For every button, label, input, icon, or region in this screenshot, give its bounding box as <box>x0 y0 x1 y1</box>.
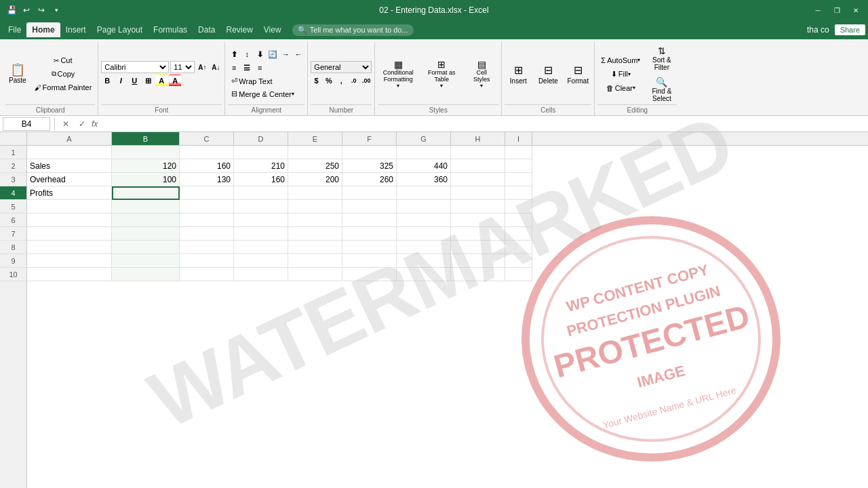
cell-h7[interactable] <box>451 227 505 241</box>
cell-e9[interactable] <box>288 254 342 268</box>
table-dropdown-icon[interactable]: ▾ <box>440 83 443 89</box>
col-header-i[interactable]: I <box>505 132 532 145</box>
align-left-button[interactable]: ≡ <box>228 62 240 74</box>
col-header-f[interactable]: F <box>342 132 397 145</box>
cell-i3[interactable] <box>505 173 532 186</box>
border-button[interactable]: ⊞ <box>142 75 154 87</box>
col-header-c[interactable]: C <box>180 132 234 145</box>
fill-button[interactable]: ⬇ Fill ▾ <box>597 68 644 81</box>
format-painter-button[interactable]: 🖌 Format Painter <box>31 81 96 94</box>
cell-i4[interactable] <box>505 186 532 200</box>
restore-button[interactable]: ❐ <box>830 3 844 17</box>
sort-filter-button[interactable]: ⇅ Sort & Filter <box>646 43 677 73</box>
cell-a6[interactable] <box>27 214 112 227</box>
close-button[interactable]: ✕ <box>849 3 863 17</box>
share-button[interactable]: Share <box>835 24 865 35</box>
col-header-b[interactable]: B <box>112 132 180 145</box>
indent-decrease-button[interactable]: ← <box>292 48 304 60</box>
copy-button[interactable]: ⧉ Copy <box>31 68 96 80</box>
align-right-button[interactable]: ≡ <box>254 62 266 74</box>
cell-g2[interactable]: 440 <box>397 159 451 173</box>
cell-c3[interactable]: 130 <box>180 173 234 186</box>
cell-c4[interactable] <box>180 186 234 200</box>
cell-d10[interactable] <box>234 268 288 281</box>
comma-button[interactable]: , <box>336 75 347 87</box>
cell-e8[interactable] <box>288 241 342 254</box>
row-num-4[interactable]: 4 <box>0 186 26 200</box>
merge-dropdown-icon[interactable]: ▾ <box>292 91 294 97</box>
cell-e2[interactable]: 250 <box>288 159 342 173</box>
cell-styles-button[interactable]: ▤ Cell Styles ▾ <box>465 57 498 92</box>
cell-b10[interactable] <box>112 268 180 281</box>
col-header-a[interactable]: A <box>27 132 112 145</box>
cell-g8[interactable] <box>397 241 451 254</box>
cell-h2[interactable] <box>451 159 505 173</box>
cell-a10[interactable] <box>27 268 112 281</box>
cell-f6[interactable] <box>342 214 397 227</box>
cell-reference-box[interactable]: B4 <box>3 117 50 131</box>
conditional-formatting-button[interactable]: ▦ Conditional Formatting ▾ <box>378 57 418 92</box>
tab-page-layout[interactable]: Page Layout <box>92 22 148 37</box>
cell-i6[interactable] <box>505 214 532 227</box>
merge-center-button[interactable]: ⊟ Merge & Center ▾ <box>228 88 298 100</box>
align-top-button[interactable]: ⬆ <box>228 48 240 60</box>
cell-b6[interactable] <box>112 214 180 227</box>
cell-e10[interactable] <box>288 268 342 281</box>
fill-color-button[interactable]: A <box>155 75 167 87</box>
cell-c6[interactable] <box>180 214 234 227</box>
cell-a3[interactable]: Overhead <box>27 173 112 186</box>
autosum-button[interactable]: Σ AutoSum ▾ <box>597 54 644 66</box>
cell-d1[interactable] <box>234 146 288 159</box>
cell-c1[interactable] <box>180 146 234 159</box>
find-select-button[interactable]: 🔍 Find & Select <box>646 75 677 104</box>
row-num-1[interactable]: 1 <box>0 146 26 159</box>
format-button[interactable]: ⊟ Format <box>564 57 591 91</box>
col-header-h[interactable]: H <box>451 132 505 145</box>
cell-h9[interactable] <box>451 254 505 268</box>
cell-f3[interactable]: 260 <box>342 173 397 186</box>
customize-qat-icon[interactable]: ▾ <box>50 4 62 16</box>
tab-review[interactable]: Review <box>220 22 258 37</box>
tab-view[interactable]: View <box>258 22 287 37</box>
minimize-button[interactable]: ─ <box>811 3 825 17</box>
wrap-text-button[interactable]: ⏎ Wrap Text <box>228 75 275 87</box>
cell-i8[interactable] <box>505 241 532 254</box>
undo-icon[interactable]: ↩ <box>20 4 33 16</box>
cell-d2[interactable]: 210 <box>234 159 288 173</box>
styles-dropdown-icon[interactable]: ▾ <box>480 83 483 89</box>
cell-e3[interactable]: 200 <box>288 173 342 186</box>
clear-dropdown-icon[interactable]: ▾ <box>633 85 635 91</box>
bold-button[interactable]: B <box>101 75 113 87</box>
save-icon[interactable]: 💾 <box>5 4 18 16</box>
cell-b7[interactable] <box>112 227 180 241</box>
row-num-2[interactable]: 2 <box>0 159 26 173</box>
cell-h5[interactable] <box>451 200 505 214</box>
cell-h10[interactable] <box>451 268 505 281</box>
cell-g6[interactable] <box>397 214 451 227</box>
col-header-g[interactable]: G <box>397 132 451 145</box>
cell-g7[interactable] <box>397 227 451 241</box>
cell-h1[interactable] <box>451 146 505 159</box>
cell-d6[interactable] <box>234 214 288 227</box>
insert-button[interactable]: ⊞ Insert <box>505 57 532 91</box>
font-name-select[interactable]: Calibri <box>101 61 169 73</box>
underline-button[interactable]: U <box>128 75 140 87</box>
cell-c8[interactable] <box>180 241 234 254</box>
cell-b8[interactable] <box>112 241 180 254</box>
row-num-5[interactable]: 5 <box>0 200 26 214</box>
row-num-9[interactable]: 9 <box>0 254 26 268</box>
tab-formulas[interactable]: Formulas <box>148 22 193 37</box>
number-format-select[interactable]: General <box>311 61 372 73</box>
format-as-table-button[interactable]: ⊞ Format as Table ▾ <box>421 57 462 92</box>
tab-home[interactable]: Home <box>26 22 60 37</box>
cell-e1[interactable] <box>288 146 342 159</box>
cell-c7[interactable] <box>180 227 234 241</box>
cell-f7[interactable] <box>342 227 397 241</box>
cell-d4[interactable] <box>234 186 288 200</box>
cf-dropdown-icon[interactable]: ▾ <box>397 83 399 89</box>
cell-g1[interactable] <box>397 146 451 159</box>
percent-button[interactable]: % <box>323 75 334 87</box>
cell-g5[interactable] <box>397 200 451 214</box>
cell-f2[interactable]: 325 <box>342 159 397 173</box>
align-center-button[interactable]: ☰ <box>241 62 253 74</box>
